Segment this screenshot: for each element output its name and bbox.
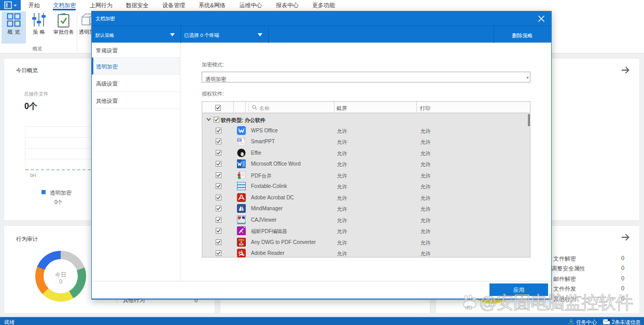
svg-text:PDF: PDF [239,243,244,246]
svg-text:du: du [465,304,472,310]
svg-text:DWG: DWG [239,239,244,241]
